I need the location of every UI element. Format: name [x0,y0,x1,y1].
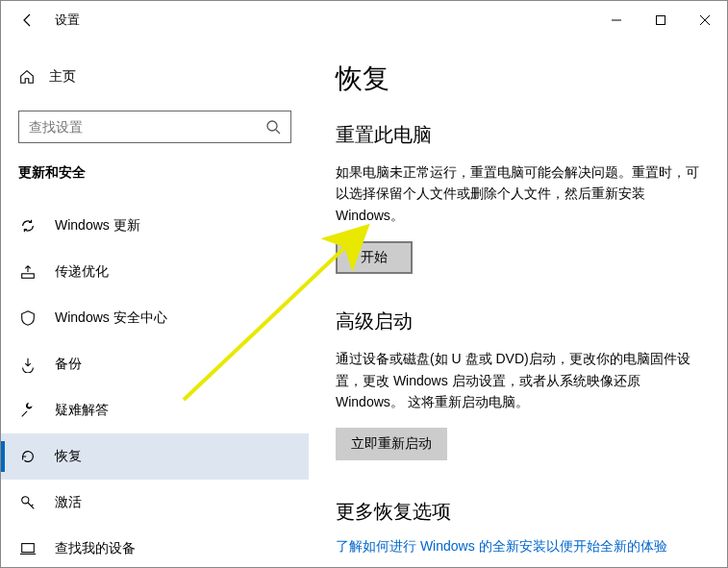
home-label: 主页 [49,68,76,86]
nav-troubleshoot[interactable]: 疑难解答 [1,387,309,433]
nav-label: 传递优化 [55,263,109,281]
category-heading: 更新和安全 [18,164,291,182]
svg-point-7 [22,497,29,504]
advanced-desc: 通过设备或磁盘(如 U 盘或 DVD)启动，更改你的电脑固件设置，更改 Wind… [336,348,700,412]
advanced-heading: 高级启动 [336,309,700,334]
titlebar: 设置 [1,1,727,39]
backup-icon [18,356,38,373]
search-box[interactable] [18,111,291,143]
maximize-button[interactable] [639,1,683,39]
svg-rect-6 [22,274,35,279]
minimize-button[interactable] [594,1,639,39]
nav: Windows 更新 传递优化 Windows 安全中心 备份 [1,203,309,567]
nav-delivery-optimization[interactable]: 传递优化 [1,249,309,295]
restart-now-button[interactable]: 立即重新启动 [336,428,447,460]
nav-recovery[interactable]: 恢复 [1,433,309,480]
reset-desc: 如果电脑未正常运行，重置电脑可能会解决问题。重置时，可以选择保留个人文件或删除个… [336,161,700,226]
shield-icon [18,309,38,327]
svg-rect-1 [657,16,665,25]
nav-activation[interactable]: 激活 [1,480,309,526]
upload-icon [18,263,38,281]
page-title: 恢复 [336,61,700,97]
search-input[interactable] [29,119,265,135]
nav-label: Windows 更新 [55,217,140,235]
nav-windows-security[interactable]: Windows 安全中心 [1,295,309,341]
svg-rect-8 [22,544,35,553]
home-icon [18,68,36,86]
reset-heading: 重置此电脑 [336,122,700,148]
svg-point-4 [267,121,277,131]
back-button[interactable] [9,1,47,39]
close-button[interactable] [683,1,727,39]
search-icon [265,119,281,135]
nav-backup[interactable]: 备份 [1,341,309,387]
sync-icon [18,217,38,235]
reset-start-button[interactable]: 开始 [336,241,413,274]
key-icon [18,494,38,511]
window-title: 设置 [55,12,80,29]
nav-label: 恢复 [55,448,82,465]
nav-label: 激活 [55,494,82,511]
device-icon [18,540,38,557]
fresh-install-link[interactable]: 了解如何进行 Windows 的全新安装以便开始全新的体验 [336,538,700,556]
svg-line-5 [276,130,280,134]
nav-windows-update[interactable]: Windows 更新 [1,203,309,249]
nav-label: 疑难解答 [55,402,109,419]
nav-find-my-device[interactable]: 查找我的设备 [1,526,309,567]
home-link[interactable]: 主页 [18,57,291,97]
nav-label: Windows 安全中心 [55,309,167,327]
more-heading: 更多恢复选项 [336,499,700,525]
nav-label: 备份 [55,356,82,373]
sidebar: 主页 更新和安全 Windows 更新 传递优化 [1,39,309,567]
recovery-icon [18,448,38,465]
nav-label: 查找我的设备 [55,540,136,557]
wrench-icon [18,402,38,419]
main-content: 恢复 重置此电脑 如果电脑未正常运行，重置电脑可能会解决问题。重置时，可以选择保… [309,39,727,567]
